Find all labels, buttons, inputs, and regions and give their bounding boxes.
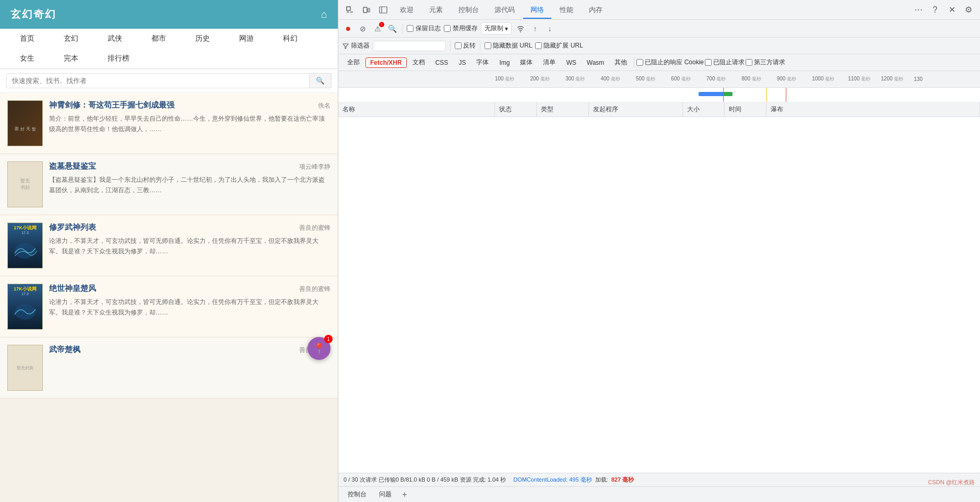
nav-item-kehuan[interactable]: 科幻 [268,29,312,49]
book-title-2[interactable]: 盗墓悬疑鉴宝 [49,161,96,171]
svg-rect-7 [380,7,387,13]
disable-cache-input[interactable] [444,25,451,32]
nav-item-dushi[interactable]: 都市 [137,29,181,49]
timeline-label-600: 600 毫秒 [671,76,690,83]
type-img-btn[interactable]: Img [494,57,514,68]
nav-item-paihangs[interactable]: 排行榜 [93,49,144,68]
nav-item-xuanhuan[interactable]: 玄幻 [49,29,93,49]
blocked-cookie-input[interactable] [636,59,643,66]
book-author-3: 善良的蜜蜂 [299,224,330,232]
record-btn[interactable]: ⏺ [343,23,354,34]
k17-logo: 17K小说网 [14,225,37,231]
load-line [786,88,786,102]
nav-item-lishi[interactable]: 历史 [181,29,225,49]
filter-input[interactable] [373,41,446,51]
nav-item-wuxia[interactable]: 武侠 [93,29,137,49]
bottom-tab-console[interactable]: 控制台 [343,488,372,501]
third-party-input[interactable] [746,59,752,66]
invert-input[interactable] [455,42,462,49]
blocked-req-input[interactable] [705,59,712,66]
th-name: 名称 [338,102,495,116]
th-size: 大小 [683,102,725,116]
bottom-tab-bar: 控制台 问题 + [338,486,980,502]
hide-ext-url-input[interactable] [535,42,542,49]
sidebar-btn[interactable] [376,3,391,17]
type-js-btn[interactable]: JS [454,57,470,68]
type-wasm-btn[interactable]: Wasm [582,57,609,68]
wifi-btn[interactable] [515,23,526,34]
warning-btn[interactable]: ⚠ ! [372,23,383,34]
type-other-btn[interactable]: 其他 [610,56,632,68]
type-doc-btn[interactable]: 文档 [408,56,430,68]
tab-console[interactable]: 控制台 [451,2,486,19]
help-btn[interactable]: ? [928,3,942,17]
type-media-btn[interactable]: 媒体 [515,56,537,68]
tab-sources[interactable]: 源代码 [487,2,522,19]
hide-data-url-input[interactable] [485,42,491,49]
invert-checkbox[interactable]: 反转 [455,41,476,50]
close-devtools-btn[interactable]: ✕ [944,3,959,17]
throttle-dropdown[interactable]: 无限制 ▾ [481,22,512,34]
tab-memory[interactable]: 内存 [582,2,610,19]
tab-welcome[interactable]: 欢迎 [393,2,421,19]
blocked-req-label: 已阻止请求 [713,58,745,67]
nav-item-wanben[interactable]: 完本 [49,49,93,68]
book-content-3: 修罗武神列表 善良的蜜蜂 论潜力，不算天才，可玄功武技，皆可无师自通。论实力，任… [49,223,330,268]
load-value: 827 毫秒 [611,476,634,484]
home-icon[interactable]: ⌂ [321,8,327,20]
book-author-1: 佚名 [318,101,330,110]
type-manifest-btn[interactable]: 清单 [538,56,560,68]
inspect-element-btn[interactable] [343,3,357,17]
timeline-label-1100: 1100 毫秒 [848,76,870,83]
preserve-log-input[interactable] [407,25,414,32]
blocked-cookie-checkbox[interactable]: 已阻止的响应 Cookie [636,58,704,67]
book-title-5[interactable]: 武帝楚枫 [49,345,80,355]
nav-item-wangyou[interactable]: 网游 [225,29,268,49]
tab-performance[interactable]: 性能 [552,2,581,19]
download-btn[interactable]: ↓ [544,23,556,34]
type-fetch-btn[interactable]: Fetch/XHR [365,57,407,68]
clear-btn[interactable]: ⊘ [357,23,369,34]
settings-btn[interactable]: ⚙ [961,3,976,17]
third-party-checkbox[interactable]: 第三方请求 [746,58,785,67]
upload-btn[interactable]: ↑ [529,23,541,34]
device-toggle-btn[interactable] [359,3,374,17]
third-party-label: 第三方请求 [754,58,785,67]
hide-data-url-checkbox[interactable]: 隐藏数据 URL [485,41,532,50]
dom-content-loaded-text: DOMContentLoaded: 495 毫秒 [513,476,592,483]
book-list: 暂无封面 神霄剑修：哥这苟王手握七剑成最强 佚名 简介：前世，他年少轻狂，早早失… [0,93,338,502]
nav-item-nvsheng[interactable]: 女生 [5,49,49,68]
bottom-tab-issues[interactable]: 问题 [374,488,397,501]
search-button[interactable]: 🔍 [310,73,332,88]
timeline-label-400: 400 毫秒 [600,76,620,83]
book-title-1[interactable]: 神霄剑修：哥这苟王手握七剑成最强 [49,100,174,110]
book-cover-3: 17K小说网 17.3 [7,223,43,268]
book-desc-1: 简介：前世，他年少轻狂，早早失去自己的性命……今生，意外穿到修仙世界，他暂要在这… [49,113,330,135]
disable-cache-checkbox[interactable]: 禁用缓存 [444,24,478,33]
timeline-label-300: 300 毫秒 [565,76,585,83]
book-title-3[interactable]: 修罗武神列表 [49,223,96,232]
throttle-dropdown-icon: ▾ [505,25,508,32]
type-css-btn[interactable]: CSS [431,57,453,68]
search-input[interactable] [6,73,310,88]
site-nav: 首页 玄幻 武侠 都市 历史 网游 科幻 女生 完本 排行榜 [0,29,338,69]
book-title-4[interactable]: 绝世神皇楚风 [49,284,96,294]
type-all-btn[interactable]: 全部 [343,56,364,68]
type-ws-btn[interactable]: WS [561,57,581,68]
preserve-log-checkbox[interactable]: 保留日志 [407,24,441,33]
book-cover-5: 暂无封面 [7,345,43,391]
tab-elements[interactable]: 元素 [422,2,450,19]
book-item: 暂无封面 武帝楚枫 善良的蜜蜂 [0,337,338,399]
type-filter-bar: 全部 Fetch/XHR 文档 CSS JS 字体 Img 媒体 清单 WS W… [338,54,980,71]
hide-ext-url-checkbox[interactable]: 隐藏扩展 URL [535,41,583,50]
tab-network[interactable]: 网络 [523,2,551,19]
book-cover-2: 暂无书封 [7,161,43,207]
more-tabs-btn[interactable]: ⋯ [911,3,926,17]
invert-label: 反转 [463,41,476,50]
type-font-btn[interactable]: 字体 [471,56,493,68]
search-network-btn[interactable]: 🔍 [386,23,398,34]
nav-item-home[interactable]: 首页 [5,29,49,49]
float-button[interactable]: 📍 1 [308,337,330,360]
add-panel-btn[interactable]: + [399,489,410,500]
blocked-req-checkbox[interactable]: 已阻止请求 [705,58,745,67]
